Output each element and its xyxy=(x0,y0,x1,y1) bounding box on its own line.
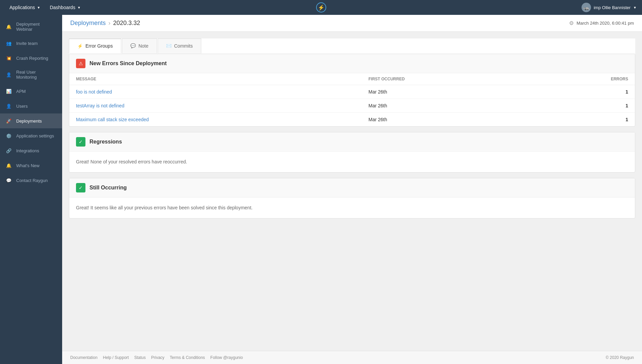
sidebar-label-real-user-monitoring: Real User Monitoring xyxy=(16,70,57,80)
tab-error-groups[interactable]: ⚡ Error Groups xyxy=(69,38,121,54)
footer-copyright: © 2020 Raygun xyxy=(606,355,634,360)
footer-links: DocumentationHelp / SupportStatusPrivacy… xyxy=(70,355,243,360)
footer-link-terms-&-conditions[interactable]: Terms & Conditions xyxy=(170,355,205,360)
header-right: ⚙ March 24th 2020, 6:00:41 pm xyxy=(569,20,634,26)
tab-icon-commits: ✉️ xyxy=(166,43,172,48)
table-row: Maximum call stack size exceeded Mar 26t… xyxy=(69,113,635,127)
sidebar-icon-contact-raygun: 💬 xyxy=(5,177,12,184)
user-chevron: ▼ xyxy=(633,6,637,9)
lightning-icon: ⚡ xyxy=(316,2,326,12)
col-errors: Errors xyxy=(530,73,635,85)
breadcrumb-current: 2020.3.32 xyxy=(113,20,140,27)
sidebar-item-whats-new[interactable]: 🔔 What's New xyxy=(0,158,62,173)
error-groups-title: New Errors Since Deployment xyxy=(89,60,167,67)
regressions-title: Regressions xyxy=(89,139,122,145)
footer-link-status[interactable]: Status xyxy=(134,355,146,360)
error-link[interactable]: foo is not defined xyxy=(76,89,112,95)
footer: DocumentationHelp / SupportStatusPrivacy… xyxy=(62,351,642,364)
sidebar-label-apm: APM xyxy=(16,89,26,94)
sidebar-icon-application-settings: ⚙️ xyxy=(5,132,12,139)
sidebar-label-application-settings: Application settings xyxy=(16,133,54,138)
breadcrumb: Deployments › 2020.3.32 xyxy=(70,20,140,27)
regressions-header: ✓ Regressions xyxy=(69,132,635,152)
content-wrapper: ⚡ Error Groups 💬 Note ✉️ Commits ⚠ New E… xyxy=(62,32,642,351)
applications-chevron: ▼ xyxy=(37,6,41,9)
sidebar-icon-apm: 📊 xyxy=(5,88,12,95)
header-timestamp: March 24th 2020, 6:00:41 pm xyxy=(576,21,634,26)
breadcrumb-parent[interactable]: Deployments xyxy=(70,20,106,27)
sidebar-icon-invite-team: 👥 xyxy=(5,40,12,47)
tab-note[interactable]: 💬 Note xyxy=(122,38,157,54)
tabs-container: ⚡ Error Groups 💬 Note ✉️ Commits xyxy=(69,38,635,54)
sidebar-label-whats-new: What's New xyxy=(16,163,40,168)
content-area: Deployments › 2020.3.32 ⚙ March 24th 202… xyxy=(62,15,642,364)
error-date: Mar 26th xyxy=(362,85,530,99)
error-link[interactable]: Maximum call stack size exceeded xyxy=(76,117,149,122)
footer-link-follow-@raygunio[interactable]: Follow @raygunio xyxy=(210,355,243,360)
regressions-card: ✓ Regressions Great! None of your resolv… xyxy=(69,132,635,173)
still-occurring-title: Still Occurring xyxy=(89,185,127,191)
sidebar-item-deployments[interactable]: 🚀 Deployments xyxy=(0,113,62,128)
sidebar-item-deployment-webinar[interactable]: 🔔 Deployment Webinar xyxy=(0,18,62,36)
dashboards-chevron: ▼ xyxy=(77,6,81,9)
gear-icon[interactable]: ⚙ xyxy=(569,20,574,26)
sidebar-icon-crash-reporting: 💥 xyxy=(5,55,12,61)
tab-label-note: Note xyxy=(138,43,149,49)
footer-link-documentation[interactable]: Documentation xyxy=(70,355,98,360)
sidebar-icon-deployment-webinar: 🔔 xyxy=(5,23,12,30)
dashboards-menu[interactable]: Dashboards ▼ xyxy=(46,3,84,12)
sidebar-item-crash-reporting[interactable]: 💥 Crash Reporting xyxy=(0,51,62,66)
regressions-check-icon: ✓ xyxy=(76,137,85,147)
error-count: 1 xyxy=(530,85,635,99)
content-header: Deployments › 2020.3.32 ⚙ March 24th 202… xyxy=(62,15,642,32)
sidebar-item-invite-team[interactable]: 👥 Invite team xyxy=(0,36,62,51)
applications-label: Applications xyxy=(9,5,35,10)
error-groups-header: ⚠ New Errors Since Deployment xyxy=(69,54,635,73)
sidebar-icon-real-user-monitoring: 👤 xyxy=(5,71,12,78)
sidebar-label-deployments: Deployments xyxy=(16,119,42,124)
breadcrumb-separator: › xyxy=(108,20,110,27)
applications-menu[interactable]: Applications ▼ xyxy=(5,3,44,12)
error-groups-table: Message First occurred Errors foo is not… xyxy=(69,73,635,126)
footer-link-privacy[interactable]: Privacy xyxy=(151,355,164,360)
tab-label-error-groups: Error Groups xyxy=(85,43,113,49)
still-occurring-check-icon: ✓ xyxy=(76,183,85,192)
tab-commits[interactable]: ✉️ Commits xyxy=(158,38,201,54)
error-date: Mar 26th xyxy=(362,99,530,113)
sidebar-item-users[interactable]: 👤 Users xyxy=(0,99,62,113)
sidebar-label-contact-raygun: Contact Raygun xyxy=(16,178,48,183)
sidebar-item-apm[interactable]: 📊 APM xyxy=(0,84,62,99)
sidebar-label-invite-team: Invite team xyxy=(16,41,38,46)
avatar: 🦡 xyxy=(582,3,591,12)
main-layout: 🔔 Deployment Webinar 👥 Invite team 💥 Cra… xyxy=(0,15,642,364)
col-first-occurred: First occurred xyxy=(362,73,530,85)
col-message: Message xyxy=(69,73,362,85)
top-nav-center: ⚡ xyxy=(316,2,326,12)
table-row: foo is not defined Mar 26th 1 xyxy=(69,85,635,99)
sidebar-item-application-settings[interactable]: ⚙️ Application settings xyxy=(0,128,62,143)
sidebar-label-users: Users xyxy=(16,104,28,109)
sidebar-icon-integrations: 🔗 xyxy=(5,147,12,154)
tab-label-commits: Commits xyxy=(174,43,193,49)
sidebar: 🔔 Deployment Webinar 👥 Invite team 💥 Cra… xyxy=(0,15,62,364)
user-label: imp Ollie Bannister xyxy=(594,5,631,10)
top-nav-left: Applications ▼ Dashboards ▼ xyxy=(5,3,85,12)
footer-link-help-/-support[interactable]: Help / Support xyxy=(103,355,129,360)
warning-icon: ⚠ xyxy=(76,59,85,68)
sidebar-item-real-user-monitoring[interactable]: 👤 Real User Monitoring xyxy=(0,66,62,84)
error-link[interactable]: testArray is not defined xyxy=(76,103,124,108)
top-nav-right: 🦡 imp Ollie Bannister ▼ xyxy=(582,3,637,12)
tab-icon-note: 💬 xyxy=(130,43,136,48)
sidebar-icon-whats-new: 🔔 xyxy=(5,162,12,169)
sidebar-label-deployment-webinar: Deployment Webinar xyxy=(16,22,57,32)
sidebar-item-integrations[interactable]: 🔗 Integrations xyxy=(0,143,62,158)
still-occurring-body: Great! It seems like all your previous e… xyxy=(69,198,635,218)
still-occurring-card: ✓ Still Occurring Great! It seems like a… xyxy=(69,178,635,218)
still-occurring-message: Great! It seems like all your previous e… xyxy=(76,205,253,210)
sidebar-icon-deployments: 🚀 xyxy=(5,118,12,124)
error-count: 1 xyxy=(530,99,635,113)
regressions-body: Great! None of your resolved errors have… xyxy=(69,152,635,172)
sidebar-item-contact-raygun[interactable]: 💬 Contact Raygun xyxy=(0,173,62,188)
sidebar-icon-users: 👤 xyxy=(5,103,12,109)
dashboards-label: Dashboards xyxy=(50,5,75,10)
